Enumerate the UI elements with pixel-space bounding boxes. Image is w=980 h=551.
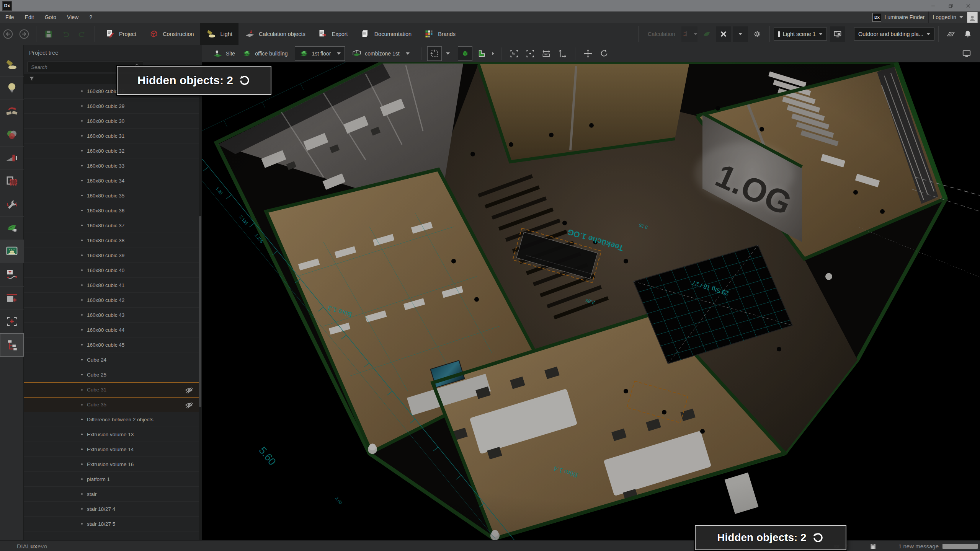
hidden-objects-banner-top[interactable]: Hidden objects: 2 (117, 66, 271, 95)
close-button[interactable] (959, 1, 977, 11)
menu-item-file[interactable]: File (0, 11, 20, 23)
fullscreen-button[interactable] (960, 47, 973, 60)
site-button[interactable]: Site (213, 49, 235, 59)
luminaire-finder-button[interactable]: Luminaire Finder (884, 14, 924, 20)
save-button[interactable] (42, 28, 55, 41)
undo-button[interactable] (59, 28, 72, 41)
light-scene-select[interactable]: Light scene 1 (774, 28, 827, 41)
tree-item[interactable]: 160x80 cubic 35 (24, 188, 199, 203)
tree-item[interactable]: 160x80 cubic 31 (24, 129, 199, 143)
project-tree-tool[interactable] (0, 333, 24, 357)
measure-height-button[interactable] (555, 47, 569, 60)
menu-item-goto[interactable]: Goto (39, 11, 62, 23)
restore-button[interactable] (942, 1, 959, 11)
copy-region-tool[interactable] (0, 170, 24, 193)
tree-item[interactable]: 160x80 cubic 40 (24, 263, 199, 278)
tree-item[interactable]: Extrusion volume 14 (24, 442, 199, 457)
lamp-tool[interactable] (0, 77, 24, 100)
label-tool[interactable] (0, 263, 24, 287)
minimize-button[interactable] (924, 1, 942, 11)
tree-item[interactable]: Cube 35 (24, 397, 199, 412)
menu-item-help[interactable]: ? (84, 11, 98, 23)
tree-item[interactable]: stair (24, 487, 199, 502)
tree-item[interactable]: 160x80 cubic 41 (24, 278, 199, 293)
tree-item[interactable]: platform 1 (24, 472, 199, 487)
color-filter-tool[interactable] (0, 123, 24, 147)
reset-icon[interactable] (812, 531, 824, 544)
scene-preview-button[interactable] (830, 26, 845, 42)
zoom-extents-button[interactable] (507, 47, 521, 60)
tab-light[interactable]: Light (200, 23, 238, 45)
tree-item[interactable]: Cube 25 (24, 367, 199, 382)
tab-export[interactable]: Export (312, 23, 354, 45)
orbit-button[interactable] (597, 47, 611, 60)
surface-tool[interactable] (0, 287, 24, 310)
tab-construction[interactable]: Construction (142, 23, 200, 45)
tab-calculation-objects[interactable]: Calculation objects (238, 23, 312, 45)
solid-view-button[interactable] (458, 46, 472, 61)
hidden-eye-icon[interactable] (185, 401, 193, 409)
tree-item[interactable]: 160x80 cubic 37 (24, 218, 199, 233)
cancel-calculation-button[interactable] (716, 26, 731, 42)
tree-item[interactable]: 160x80 cubic 45 (24, 337, 199, 352)
tree-item[interactable]: 160x80 cubic 29 (24, 99, 199, 114)
floor-plan-view-button[interactable] (475, 47, 488, 60)
light-distribution-tool[interactable] (0, 147, 24, 170)
pan-button[interactable] (581, 47, 595, 60)
logged-in-menu[interactable]: Logged in (933, 14, 956, 20)
chevron-right-icon[interactable] (492, 52, 494, 55)
tree-item[interactable]: 160x80 cubic 43 (24, 308, 199, 323)
tree-item[interactable]: 160x80 cubic 32 (24, 143, 199, 158)
tree-item[interactable]: Cube 31 (24, 382, 199, 397)
zone-select[interactable]: combizone 1st (352, 49, 409, 59)
light-scene-tool[interactable] (0, 240, 24, 263)
zoom-selection-button[interactable] (523, 47, 537, 60)
calculation-area-tool[interactable] (0, 310, 24, 333)
tree-item[interactable]: 160x80 cubic 36 (24, 203, 199, 218)
tree-item[interactable]: Extrusion volume 16 (24, 457, 199, 472)
notifications-button[interactable] (960, 26, 975, 42)
tree-item[interactable]: 160x80 cubic 42 (24, 293, 199, 308)
crop-view-button[interactable] (427, 46, 442, 61)
maintenance-tool[interactable] (0, 193, 24, 217)
tree-item[interactable]: stair 18/27 4 (24, 502, 199, 517)
tree-item[interactable]: stair 18/27 5 (24, 517, 199, 531)
tab-brands[interactable]: Brands (418, 23, 462, 45)
arrange-tool[interactable] (0, 100, 24, 123)
calculation-settings-button[interactable] (750, 26, 765, 42)
chevron-down-icon[interactable] (446, 52, 450, 55)
filter-icon[interactable] (28, 75, 35, 82)
tree-item[interactable]: Cube 24 (24, 352, 199, 367)
tree-item[interactable]: 160x80 cubic 44 (24, 323, 199, 337)
tree-item[interactable]: 160x80 cubic 38 (24, 233, 199, 248)
calculation-mode-button[interactable] (681, 26, 697, 42)
floor-select[interactable]: 1st floor (295, 46, 345, 61)
tab-project[interactable]: Project (99, 23, 142, 45)
tree-scrollbar[interactable] (199, 84, 202, 540)
tree-item[interactable]: 160x80 cubic 30 (24, 114, 199, 129)
display-values-button[interactable] (943, 26, 959, 42)
forward-button[interactable] (18, 28, 31, 41)
back-button[interactable] (2, 28, 15, 41)
menu-item-edit[interactable]: Edit (20, 11, 39, 23)
hidden-objects-banner-bottom[interactable]: Hidden objects: 2 (695, 525, 846, 550)
energy-tool[interactable] (0, 217, 24, 240)
tree-item[interactable]: 160x80 cubic 39 (24, 248, 199, 263)
message-indicator[interactable]: 1 new message (898, 543, 939, 549)
measure-distance-button[interactable] (539, 47, 553, 60)
tree-item[interactable]: Extrusion volume 13 (24, 427, 199, 442)
menu-item-view[interactable]: View (62, 11, 84, 23)
reset-icon[interactable] (238, 74, 251, 86)
energy-evaluation-button[interactable] (699, 26, 714, 42)
scrollbar-thumb[interactable] (199, 216, 201, 407)
tree-item[interactable]: 160x80 cubic 34 (24, 173, 199, 188)
building-button[interactable]: office building (242, 49, 287, 59)
cancel-options-button[interactable] (733, 26, 748, 42)
tab-documentation[interactable]: Documentation (354, 23, 418, 45)
hidden-eye-icon[interactable] (185, 386, 193, 395)
redo-button[interactable] (76, 28, 89, 41)
view-mode-select[interactable]: Outdoor and building pla... (854, 28, 934, 41)
3d-viewport[interactable]: 1.OG 1.OG (202, 62, 980, 540)
avatar[interactable] (967, 12, 978, 23)
tree-item[interactable]: Difference between 2 objects (24, 412, 199, 427)
